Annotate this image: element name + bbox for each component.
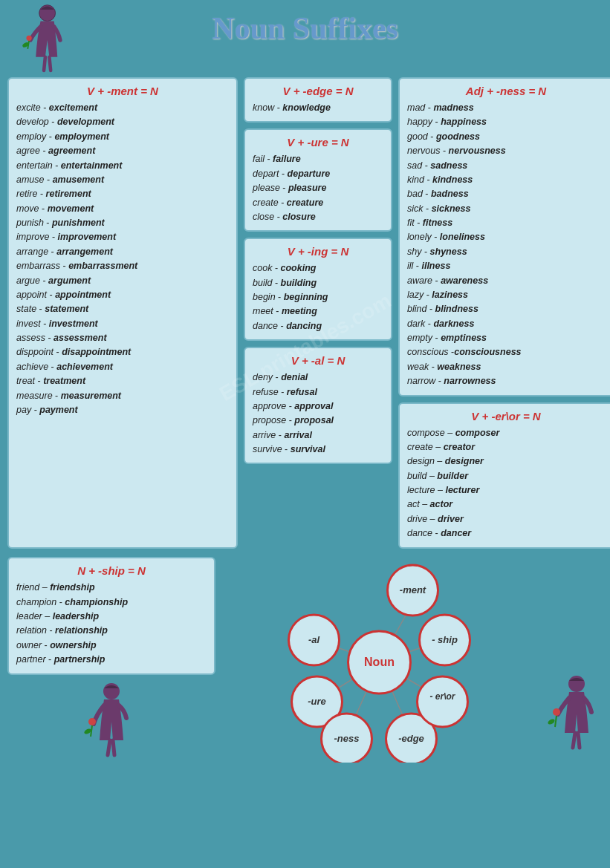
box-edge: V + -edge = N know - knowledge	[244, 77, 392, 123]
header-row: Noun Suffixes	[0, 0, 610, 77]
list-item: arrive - arrival	[253, 428, 383, 443]
svg-point-32	[553, 708, 560, 716]
figure-left	[7, 3, 67, 77]
list-item: create – creator	[407, 440, 605, 454]
box-ness-title: Adj + -ness = N	[407, 85, 605, 97]
svg-point-1	[26, 36, 31, 41]
bottom-left-figure-area	[7, 681, 215, 763]
box-ness: Adj + -ness = N mad - madness happy - ha…	[398, 77, 610, 397]
list-item: create - creature	[253, 196, 383, 210]
diagram-svg: -ment - ship -al -ure -ness -edge - er\o…	[221, 555, 537, 763]
svg-line-33	[555, 716, 557, 727]
svg-text:-ment: -ment	[400, 584, 426, 595]
list-item: close - closure	[253, 210, 383, 224]
list-item: dance - dancer	[407, 526, 605, 541]
list-item: act – actor	[407, 497, 605, 512]
list-item: assess - assessment	[16, 331, 229, 345]
bottom-section: N + -ship = N friend – friendship champi…	[0, 555, 610, 770]
list-item: meet - meeting	[253, 304, 383, 319]
list-item: partner - partnership	[16, 653, 207, 667]
list-item: embarrass - embarrassment	[16, 259, 229, 273]
list-item: deny - denial	[253, 371, 383, 385]
list-item: treat - treatment	[16, 374, 229, 388]
list-item: develop - development	[16, 115, 229, 129]
svg-point-27	[418, 676, 468, 727]
list-item: shy - shyness	[407, 245, 605, 259]
svg-text:- er\or: - er\or	[429, 691, 455, 702]
box-al-title: V + -al = N	[253, 354, 383, 367]
svg-text:-edge: -edge	[398, 733, 424, 744]
list-item: dance - dancing	[253, 319, 383, 333]
box-ment: V + -ment = N excite - excitement develo…	[7, 77, 238, 549]
list-item: entertain - entertainment	[16, 159, 229, 173]
list-item: narrow - narrowness	[407, 374, 605, 388]
list-item: measure - measurement	[16, 389, 229, 403]
box-ment-items: excite - excitement develop - developmen…	[16, 101, 229, 417]
list-item: fit - fitness	[407, 216, 605, 230]
svg-point-5	[88, 718, 96, 725]
list-item: lecture – lecturer	[407, 483, 605, 497]
list-item: propose - proposal	[253, 414, 383, 428]
list-item: depart - departure	[253, 167, 383, 181]
list-item: build – builder	[407, 469, 605, 483]
list-item: sick - sickness	[407, 202, 605, 216]
list-item: design – designer	[407, 454, 605, 469]
page-title: Noun Suffixes	[212, 3, 398, 52]
list-item: know - knowledge	[253, 101, 383, 115]
box-ure-title: V + -ure = N	[253, 136, 383, 149]
list-item: compose – composer	[407, 426, 605, 440]
list-item: mad - madness	[407, 101, 605, 115]
list-item: cook - cooking	[253, 261, 383, 275]
svg-text:-ure: -ure	[308, 696, 326, 707]
list-item: invest - investment	[16, 317, 229, 331]
list-item: excite - excitement	[16, 101, 229, 115]
list-item: approve - approval	[253, 399, 383, 414]
list-item: arrange - arrangement	[16, 245, 229, 259]
list-item: blind - blindness	[407, 302, 605, 316]
box-ship: N + -ship = N friend – friendship champi…	[7, 557, 215, 674]
list-item: amuse - amusement	[16, 173, 229, 187]
list-item: bad - badness	[407, 187, 605, 201]
list-item: begin - beginning	[253, 290, 383, 304]
list-item: punish - punishment	[16, 216, 229, 230]
list-item: build - building	[253, 276, 383, 290]
list-item: happy - happiness	[407, 115, 605, 129]
col2: V + -edge = N know - knowledge V + -ure …	[244, 77, 392, 549]
list-item: employ - employment	[16, 130, 229, 144]
list-item: argue - argument	[16, 274, 229, 288]
list-item: conscious -consciousness	[407, 345, 605, 359]
col3: Adj + -ness = N mad - madness happy - ha…	[398, 77, 610, 549]
list-item: improve - improvement	[16, 230, 229, 244]
box-ing-title: V + -ing = N	[253, 245, 383, 258]
list-item: good - goodness	[407, 130, 605, 144]
box-ment-title: V + -ment = N	[16, 85, 229, 97]
list-item: pay - payment	[16, 403, 229, 417]
list-item: kind - kindness	[407, 173, 605, 187]
list-item: sad - sadness	[407, 159, 605, 173]
list-item: agree - agreement	[16, 144, 229, 158]
list-item: aware - awareness	[407, 274, 605, 288]
list-item: state - statement	[16, 302, 229, 316]
list-item: refuse - refusal	[253, 385, 383, 399]
main-grid: V + -ment = N excite - excitement develo…	[0, 77, 610, 555]
list-item: survive - survival	[253, 443, 383, 457]
figure-bottom-left	[82, 681, 141, 763]
list-item: fail - failure	[253, 152, 383, 166]
list-item: please - pleasure	[253, 181, 383, 195]
list-item: nervous - nervousness	[407, 144, 605, 158]
list-item: relation - relationship	[16, 624, 207, 638]
box-eror: V + -er\or = N compose – composer create…	[398, 402, 610, 549]
list-item: empty - emptiness	[407, 331, 605, 345]
box-al: V + -al = N deny - denial refuse - refus…	[244, 347, 392, 464]
list-item: appoint - appointment	[16, 288, 229, 302]
bottom-right-figure-area	[543, 673, 603, 763]
list-item: champion - championship	[16, 595, 207, 610]
list-item: drive – driver	[407, 512, 605, 526]
svg-text:-ness: -ness	[334, 733, 360, 744]
list-item: move - movement	[16, 202, 229, 216]
box-eror-title: V + -er\or = N	[407, 410, 605, 422]
box-ship-title: N + -ship = N	[16, 564, 207, 577]
list-item: owner - ownership	[16, 639, 207, 653]
box-ing: V + -ing = N cook - cooking build - buil…	[244, 238, 392, 341]
svg-text:Noun: Noun	[364, 656, 395, 668]
